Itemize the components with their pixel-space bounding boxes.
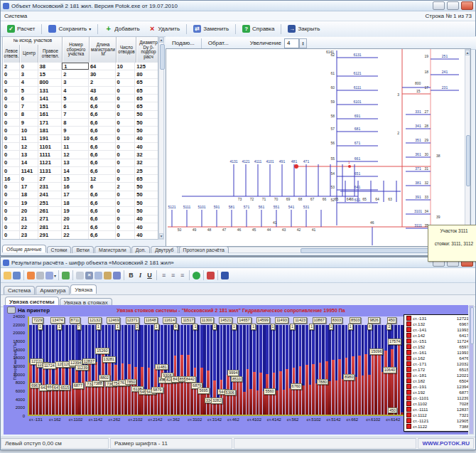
table-cell[interactable]: 0: [3, 223, 20, 230]
export-icon[interactable]: [62, 272, 70, 279]
table-cell[interactable]: 0: [3, 159, 20, 166]
table-cell[interactable]: 6,6: [89, 215, 116, 223]
table-cell[interactable]: 0: [3, 79, 20, 86]
tab-Протокол расчёта[interactable]: Протокол расчёта: [179, 246, 229, 253]
table-cell[interactable]: 17: [62, 191, 89, 198]
table-cell[interactable]: 0: [116, 215, 136, 223]
table-row[interactable]: 011411131146,6025: [3, 167, 158, 175]
table-cell[interactable]: 2: [116, 183, 136, 190]
table-cell[interactable]: 40: [135, 231, 158, 238]
save-disk-icon[interactable]: [13, 272, 21, 279]
dropdown-arrow-icon[interactable]: ▾: [89, 26, 91, 31]
table-cell[interactable]: 0: [3, 207, 20, 214]
table-cell[interactable]: 0: [116, 143, 136, 150]
table-cell[interactable]: 8: [62, 119, 89, 126]
table-cell[interactable]: 7: [62, 111, 89, 118]
table-cell[interactable]: 3: [62, 79, 89, 86]
table-cell[interactable]: 0: [3, 191, 20, 198]
zoom-value[interactable]: 4: [284, 38, 299, 48]
exit-icon[interactable]: [221, 272, 229, 279]
table-cell[interactable]: 0: [3, 199, 20, 206]
table-cell[interactable]: 1121: [38, 159, 63, 166]
table-cell[interactable]: 0: [3, 183, 20, 190]
table-row[interactable]: 01018196,6050: [3, 127, 158, 134]
tab-Двутруб[interactable]: Двутруб: [151, 246, 178, 253]
table-cell[interactable]: 4: [20, 79, 38, 86]
doc-vscroll[interactable]: [469, 305, 474, 435]
table-row[interactable]: 0715166,6065: [3, 102, 158, 110]
table-cell[interactable]: 6,6: [89, 102, 116, 110]
table-cell[interactable]: 0: [116, 87, 136, 94]
table-cell[interactable]: 6: [62, 102, 89, 110]
table-cell[interactable]: 3: [20, 70, 38, 78]
table-cell[interactable]: 125: [135, 63, 158, 70]
table-cell[interactable]: 50: [135, 199, 158, 206]
table-cell[interactable]: 2: [89, 79, 116, 86]
table-cell[interactable]: 15: [38, 70, 63, 78]
table-row[interactable]: 0131111126,6032: [3, 151, 158, 159]
table-cell[interactable]: 6,6: [89, 207, 116, 214]
table-cell[interactable]: 6: [20, 95, 38, 102]
toolbar-button-добавить[interactable]: +Добавить: [100, 23, 144, 34]
table-cell[interactable]: 22: [20, 223, 38, 230]
table-cell[interactable]: 8: [20, 111, 38, 118]
tab-Стояки[interactable]: Стояки: [47, 246, 72, 253]
table-cell[interactable]: 0: [116, 223, 136, 230]
table-cell[interactable]: 43: [89, 87, 116, 94]
tab-Общие данные[interactable]: Общие данные: [2, 245, 46, 252]
table-cell[interactable]: 2: [3, 63, 20, 70]
table-cell[interactable]: 40: [135, 223, 158, 230]
table-cell[interactable]: 0: [3, 135, 20, 142]
table-cell[interactable]: 0: [116, 199, 136, 206]
table-cell[interactable]: 0: [116, 167, 136, 174]
underline-icon[interactable]: U: [146, 272, 153, 279]
table-cell[interactable]: 0: [116, 111, 136, 118]
table-cell[interactable]: 50: [135, 119, 158, 126]
table-cell[interactable]: 0: [20, 175, 38, 182]
table-cell[interactable]: 0: [3, 231, 20, 238]
table-cell[interactable]: 6,6: [89, 191, 116, 198]
table-row[interactable]: 0121101116,6040: [3, 143, 158, 151]
table-row[interactable]: 011191106,6040: [3, 135, 158, 143]
table-cell[interactable]: 13: [62, 159, 89, 166]
table-cell[interactable]: 64: [89, 63, 116, 70]
table-row[interactable]: 0816176,6050: [3, 111, 158, 119]
table-cell[interactable]: 9: [20, 119, 38, 126]
table-cell[interactable]: 181: [38, 127, 63, 134]
italic-icon[interactable]: I: [136, 272, 144, 279]
tab-Доп.[interactable]: Доп.: [131, 246, 150, 253]
table-cell[interactable]: 0: [3, 102, 20, 110]
table-row[interactable]: 022281216,6040: [3, 223, 158, 231]
table-row[interactable]: 0141121136,6032: [3, 159, 158, 167]
bold-icon[interactable]: B: [127, 272, 135, 279]
table-cell[interactable]: 17: [20, 183, 38, 190]
table-cell[interactable]: 22: [62, 231, 89, 238]
table-cell[interactable]: 0: [3, 70, 20, 78]
table-cell[interactable]: 0: [3, 215, 20, 223]
table-cell[interactable]: 1: [62, 63, 89, 70]
paste-icon[interactable]: [104, 272, 112, 279]
table-cell[interactable]: 0: [116, 127, 136, 134]
tab-Ветки[interactable]: Ветки: [72, 246, 94, 253]
table-cell[interactable]: 21: [62, 223, 89, 230]
table-cell[interactable]: 6,6: [89, 151, 116, 158]
table-cell[interactable]: 50: [135, 191, 158, 198]
table-cell[interactable]: 11: [62, 143, 89, 150]
table-cell[interactable]: 18: [62, 199, 89, 206]
scheme-vscroll[interactable]: ▲ ▼: [465, 49, 470, 246]
table-cell[interactable]: 16: [62, 183, 89, 190]
table-cell[interactable]: 65: [135, 95, 158, 102]
print-icon[interactable]: [36, 272, 44, 279]
table-cell[interactable]: 9: [62, 127, 89, 134]
table-cell[interactable]: 1111: [38, 151, 63, 158]
table-cell[interactable]: 20: [20, 207, 38, 214]
table-row[interactable]: 0614156,6065: [3, 95, 158, 102]
table-cell[interactable]: 10: [20, 127, 38, 134]
table-cell[interactable]: 271: [38, 215, 63, 223]
tab-Система[interactable]: Система: [4, 286, 35, 294]
table-cell[interactable]: 141: [38, 95, 63, 102]
table-row[interactable]: 0315230280: [3, 70, 158, 78]
table-cell[interactable]: 281: [38, 223, 63, 230]
toolbar-button-сохранить[interactable]: Сохранить▾: [44, 23, 95, 34]
table-cell[interactable]: 11: [20, 135, 38, 142]
